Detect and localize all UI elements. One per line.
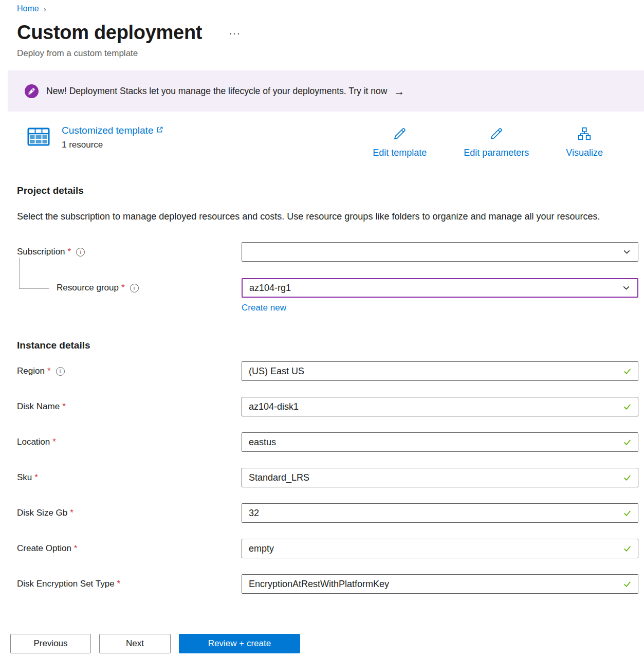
pencil-icon bbox=[489, 126, 504, 144]
template-resource-count: 1 resource bbox=[62, 140, 163, 150]
required-asterisk: * bbox=[117, 579, 121, 589]
form-row-region: Region * i (US) East US bbox=[17, 361, 644, 381]
edit-parameters-label: Edit parameters bbox=[464, 148, 529, 158]
form-row-disk-encryption-set-type: Disk Encryption Set Type * EncryptionAtR… bbox=[17, 574, 644, 594]
visualize-button[interactable]: Visualize bbox=[566, 126, 603, 158]
region-value: (US) East US bbox=[249, 366, 304, 377]
required-asterisk: * bbox=[121, 283, 125, 293]
required-asterisk: * bbox=[70, 508, 73, 518]
form-row-sku: Sku * Standard_LRS bbox=[17, 468, 644, 487]
resource-group-label-text: Resource group bbox=[57, 283, 119, 293]
create-option-input[interactable]: empty bbox=[242, 539, 638, 558]
create-option-label: Create Option * bbox=[17, 543, 242, 554]
template-icon bbox=[27, 125, 50, 149]
next-button[interactable]: Next bbox=[99, 634, 171, 653]
disk-size-gb-value: 32 bbox=[249, 508, 259, 519]
region-input[interactable]: (US) East US bbox=[242, 361, 638, 381]
wizard-footer: Previous Next Review + create bbox=[0, 617, 644, 658]
region-label-text: Region bbox=[17, 366, 45, 376]
customized-template-link[interactable]: Customized template bbox=[62, 125, 163, 136]
page-title: Custom deployment bbox=[17, 22, 202, 44]
breadcrumb-separator: › bbox=[44, 5, 46, 13]
disk-name-input[interactable]: az104-disk1 bbox=[242, 397, 638, 416]
subscription-label: Subscription * i bbox=[17, 247, 242, 257]
info-icon[interactable]: i bbox=[130, 284, 139, 293]
project-details-description: Select the subscription to manage deploy… bbox=[17, 209, 607, 225]
template-summary: Customized template 1 resource Edit temp… bbox=[27, 125, 603, 158]
info-icon[interactable]: i bbox=[76, 248, 85, 257]
form-row-disk-name: Disk Name * az104-disk1 bbox=[17, 397, 644, 416]
tree-connector bbox=[19, 258, 49, 289]
disk-encryption-set-type-label-text: Disk Encryption Set Type bbox=[17, 579, 115, 589]
valid-check-icon bbox=[622, 402, 632, 412]
form-row-disk-size-gb: Disk Size Gb * 32 bbox=[17, 503, 644, 523]
sku-value: Standard_LRS bbox=[249, 472, 309, 483]
valid-check-icon bbox=[622, 579, 632, 589]
required-asterisk: * bbox=[62, 401, 66, 412]
required-asterisk: * bbox=[34, 472, 38, 483]
visualize-label: Visualize bbox=[566, 148, 603, 158]
review-create-button[interactable]: Review + create bbox=[179, 634, 300, 653]
disk-size-gb-label-text: Disk Size Gb bbox=[17, 508, 67, 518]
edit-template-label: Edit template bbox=[373, 148, 427, 158]
disk-name-value: az104-disk1 bbox=[249, 401, 299, 412]
resource-group-label: Resource group * i bbox=[17, 283, 242, 293]
chevron-down-icon bbox=[622, 248, 631, 257]
instance-details-form: Region * i (US) East US Disk Name * az10… bbox=[0, 361, 644, 594]
required-asterisk: * bbox=[74, 543, 78, 554]
resource-group-value: az104-rg1 bbox=[249, 283, 291, 294]
form-row-subscription: Subscription * i bbox=[17, 242, 644, 262]
required-asterisk: * bbox=[52, 437, 56, 447]
required-asterisk: * bbox=[68, 247, 71, 257]
region-label: Region * i bbox=[17, 366, 242, 376]
banner-text: New! Deployment Stacks let you manage th… bbox=[46, 86, 387, 97]
location-input[interactable]: eastus bbox=[242, 432, 638, 452]
page-subtitle: Deploy from a custom template bbox=[17, 48, 644, 59]
form-row-location: Location * eastus bbox=[17, 432, 644, 452]
more-options-button[interactable]: ··· bbox=[227, 28, 243, 38]
rocket-icon bbox=[25, 84, 39, 98]
subscription-label-text: Subscription bbox=[17, 247, 65, 257]
create-option-label-text: Create Option bbox=[17, 543, 71, 554]
arrow-right-icon: → bbox=[394, 86, 404, 97]
project-details-form: Subscription * i Resource group * i az10… bbox=[0, 242, 644, 313]
instance-details-heading: Instance details bbox=[17, 340, 644, 351]
disk-encryption-set-type-input[interactable]: EncryptionAtRestWithPlatformKey bbox=[242, 574, 638, 594]
valid-check-icon bbox=[622, 508, 632, 518]
required-asterisk: * bbox=[47, 366, 51, 376]
info-icon[interactable]: i bbox=[56, 367, 65, 376]
breadcrumb-home-link[interactable]: Home bbox=[17, 4, 39, 13]
disk-name-label-text: Disk Name bbox=[17, 401, 60, 412]
breadcrumb: Home › bbox=[17, 4, 644, 13]
project-details-heading: Project details bbox=[17, 185, 644, 196]
form-row-resource-group: Resource group * i az104-rg1 bbox=[17, 278, 644, 298]
previous-button[interactable]: Previous bbox=[10, 634, 91, 653]
subscription-dropdown[interactable] bbox=[242, 242, 638, 262]
sku-label: Sku * bbox=[17, 472, 242, 483]
sku-input[interactable]: Standard_LRS bbox=[242, 468, 638, 487]
location-label: Location * bbox=[17, 437, 242, 447]
disk-size-gb-label: Disk Size Gb * bbox=[17, 508, 242, 518]
location-value: eastus bbox=[249, 437, 276, 448]
customized-template-label: Customized template bbox=[62, 125, 153, 136]
create-new-link[interactable]: Create new bbox=[242, 303, 286, 313]
sku-label-text: Sku bbox=[17, 472, 32, 483]
edit-parameters-button[interactable]: Edit parameters bbox=[464, 126, 529, 158]
chevron-down-icon bbox=[622, 284, 631, 293]
location-label-text: Location bbox=[17, 437, 50, 447]
disk-encryption-set-type-value: EncryptionAtRestWithPlatformKey bbox=[249, 579, 389, 590]
visualize-icon bbox=[577, 126, 592, 144]
disk-name-label: Disk Name * bbox=[17, 401, 242, 412]
disk-encryption-set-type-label: Disk Encryption Set Type * bbox=[17, 579, 242, 589]
resource-group-dropdown[interactable]: az104-rg1 bbox=[242, 278, 638, 298]
form-row-create-option: Create Option * empty bbox=[17, 539, 644, 558]
valid-check-icon bbox=[622, 473, 632, 483]
external-link-icon bbox=[156, 125, 163, 136]
deployment-stacks-banner[interactable]: New! Deployment Stacks let you manage th… bbox=[8, 70, 644, 112]
create-option-value: empty bbox=[249, 543, 274, 554]
pencil-icon bbox=[392, 126, 408, 144]
disk-size-gb-input[interactable]: 32 bbox=[242, 503, 638, 523]
valid-check-icon bbox=[622, 544, 632, 554]
edit-template-button[interactable]: Edit template bbox=[373, 126, 427, 158]
valid-check-icon bbox=[622, 437, 632, 447]
